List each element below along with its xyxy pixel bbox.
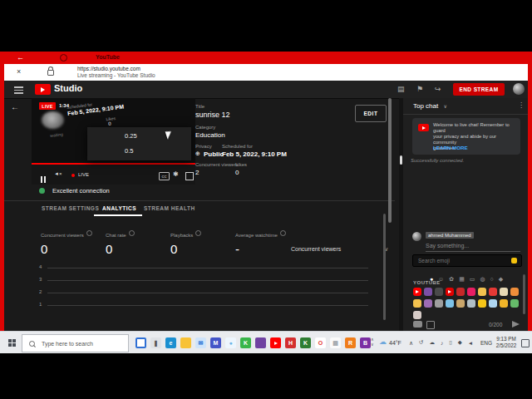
taskbar-mail-icon[interactable]: ✉ [195, 337, 206, 348]
browser-back-icon[interactable]: ← [17, 53, 24, 62]
emoji-no-sign[interactable] [456, 288, 465, 296]
taskbar-purple-app-icon[interactable] [255, 337, 266, 348]
emoji-money-bag[interactable] [500, 299, 508, 308]
emoji-category-flowers-icon[interactable]: ✿ [449, 276, 454, 282]
tab-title[interactable]: YouTube [96, 54, 120, 60]
edit-button[interactable]: EDIT [355, 105, 387, 122]
emoji-youtube-play-small[interactable] [446, 288, 454, 296]
emoji-tissue-box[interactable] [413, 311, 421, 319]
emoji-raccoon[interactable] [435, 299, 443, 308]
emoji-category-transport-icon[interactable]: ▭ [470, 276, 475, 282]
emoji-picker-icon[interactable] [511, 258, 517, 264]
emoji-nest[interactable] [456, 299, 465, 308]
menu-icon[interactable] [14, 85, 23, 96]
emoji-category-objects-icon[interactable]: ○ [490, 276, 494, 282]
emoji-duck-hat[interactable] [478, 288, 486, 296]
taskbar-droplet-app-icon[interactable]: ● [225, 337, 236, 348]
chart-metric-select[interactable]: Concurrent viewers ∨ [291, 246, 388, 253]
emoji-category-symbols-icon[interactable]: ◆ [499, 276, 503, 282]
emoji-youtube-play[interactable] [413, 288, 421, 296]
tray-expand-caret[interactable]: ∧ [409, 340, 413, 347]
taskbar-b-purple-app-icon[interactable]: B [360, 337, 371, 348]
emoji-black-cat[interactable] [435, 288, 443, 296]
taskbar-notepad-icon[interactable]: ▤ [330, 337, 341, 348]
url-text[interactable]: https://studio.youtube.com [77, 66, 140, 71]
emoji-potion[interactable] [424, 299, 432, 308]
weather-cloud-icon[interactable]: ☁ [379, 337, 387, 346]
weather-temp[interactable]: 44°F [389, 340, 401, 346]
emoji-ghost[interactable] [489, 299, 497, 308]
emoji-bow-fish[interactable] [467, 288, 475, 296]
emoji-bell-bag[interactable] [510, 288, 519, 296]
subtitles-icon[interactable]: CC [159, 172, 170, 180]
emoji-category-sports-icon[interactable]: ◍ [480, 276, 485, 282]
start-button[interactable] [8, 339, 16, 347]
taskbar-movies-app-icon[interactable]: M [210, 337, 221, 348]
taskbar-r-orange-app-icon[interactable]: R [345, 337, 356, 348]
pause-icon[interactable] [41, 171, 47, 185]
taskbar-kinemaster-icon[interactable]: K [240, 337, 251, 348]
emoji-water-bottle[interactable] [446, 299, 454, 308]
chat-collapse-handle[interactable] [400, 155, 402, 165]
taskbar-k-green-app-icon[interactable]: K [300, 337, 311, 348]
taskbar-h-red-app-icon[interactable]: H [285, 337, 296, 348]
emoji-sprout[interactable] [510, 299, 519, 308]
inner-scrollbar[interactable] [383, 214, 386, 320]
speed-option-025[interactable]: 0.25 [125, 132, 137, 140]
language-indicator[interactable]: ENG [480, 340, 492, 346]
taskbar-youtube-icon[interactable] [270, 337, 281, 348]
create-icon[interactable]: ▤ [397, 85, 405, 93]
help-icon[interactable] [129, 230, 135, 236]
battery-tray-icon[interactable]: ▯ [449, 339, 452, 346]
close-icon[interactable]: × [17, 67, 21, 76]
browser-url-bar[interactable]: × https://studio.youtube.com Live stream… [4, 64, 528, 81]
chat-menu-kebab-icon[interactable]: ⋮ [518, 101, 525, 109]
tab-stream-settings[interactable]: STREAM SETTINGS [42, 205, 99, 211]
emoji-search-input[interactable]: Search emoji [412, 254, 522, 267]
chat-scrollbar[interactable] [523, 274, 525, 314]
studio-brand[interactable]: Studio [54, 83, 82, 93]
page-scrollbar[interactable] [388, 98, 392, 223]
taskbar-cortana-icon[interactable] [135, 337, 146, 348]
taskbar-task-view-icon[interactable]: ❚ [150, 337, 161, 348]
chat-username[interactable]: ahmed Muhammed [426, 232, 474, 239]
learn-more-link[interactable]: LEARN MORE [433, 145, 468, 150]
image-icon[interactable] [426, 321, 435, 329]
taskbar-clock[interactable]: 9:13 PM 2/5/2022 [494, 336, 519, 349]
taskbar-overflow-chevrons[interactable]: ∧∨ [371, 337, 374, 347]
action-center-icon[interactable] [521, 339, 530, 347]
account-avatar[interactable] [513, 83, 525, 95]
back-arrow-icon[interactable]: ← [11, 102, 19, 111]
youtube-logo-icon[interactable] [35, 84, 51, 95]
emoji-rich-duck[interactable] [413, 299, 421, 308]
network-tray-icon[interactable]: ◆ [458, 339, 462, 346]
share-icon[interactable]: ↪ [435, 85, 441, 93]
help-icon[interactable] [86, 230, 92, 236]
emoji-purple-monster[interactable] [424, 288, 432, 296]
bookmark-icon[interactable]: ⚑ [416, 85, 423, 93]
fullscreen-icon[interactable] [185, 172, 194, 180]
superchat-icon[interactable] [413, 321, 422, 328]
emoji-category-celebration-icon[interactable]: ▦ [459, 276, 465, 282]
volume-tray-icon[interactable]: ◄ [468, 340, 473, 346]
tab-stream-health[interactable]: STREAM HEALTH [144, 205, 195, 211]
tab-analytics[interactable]: ANALYTICS [102, 205, 136, 211]
emoji-duck[interactable] [478, 299, 486, 308]
speed-option-05[interactable]: 0.5 [125, 147, 133, 155]
settings-gear-icon[interactable]: ✱ [173, 170, 179, 178]
taskbar-search[interactable]: Type here to search [22, 334, 129, 352]
emoji-dango[interactable] [467, 299, 475, 308]
mute-icon[interactable]: ◄× [54, 171, 62, 176]
taskbar-opera-icon[interactable]: O [315, 337, 326, 348]
send-icon[interactable] [512, 321, 520, 328]
mic-tray-icon[interactable]: ♪ [441, 340, 443, 346]
help-icon[interactable] [195, 230, 201, 236]
help-icon[interactable] [280, 230, 286, 236]
end-stream-button[interactable]: END STREAM [453, 83, 505, 96]
cloud-tray-icon[interactable]: ☁ [429, 339, 435, 346]
emoji-phone[interactable] [500, 288, 508, 296]
taskbar-file-explorer-icon[interactable] [180, 337, 191, 348]
emoji-heart-plus[interactable] [489, 288, 497, 296]
chat-input[interactable]: Say something... [426, 243, 469, 249]
update-tray-icon[interactable]: ↺ [419, 339, 423, 346]
